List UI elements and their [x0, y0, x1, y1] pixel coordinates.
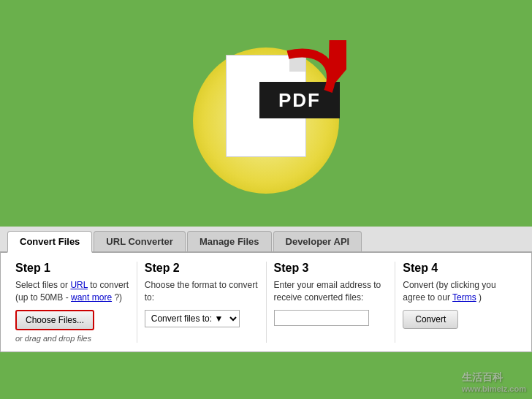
convert-format-select[interactable]: Convert files to: ▼	[145, 310, 240, 327]
step3-desc: Enter your email address to receive conv…	[274, 279, 388, 304]
email-input[interactable]	[274, 310, 369, 326]
watermark-line2: www.bimeiz.com	[462, 384, 526, 393]
app-wrapper: PDF Convert Files URL Converter	[0, 0, 532, 399]
step2-desc: Choose the format to convert to:	[145, 279, 259, 304]
tab-convert-files[interactable]: Convert Files	[7, 231, 92, 253]
top-section: PDF	[0, 0, 532, 227]
content-area: Step 1 Select files or URL to convert(up…	[0, 253, 532, 352]
tab-developer-api[interactable]: Developer API	[273, 231, 362, 251]
step2-title: Step 2	[145, 262, 259, 275]
tab-url-converter[interactable]: URL Converter	[94, 231, 186, 251]
tabs-row: Convert Files URL Converter Manage Files…	[0, 227, 532, 253]
step1-desc: Select files or URL to convert(up to 50M…	[15, 279, 129, 304]
red-arrow-icon	[273, 40, 346, 113]
step4-col: Step 4 Convert (by clicking you agree to…	[395, 262, 524, 343]
drag-drop-text: or drag and drop files	[15, 334, 129, 343]
bottom-panel: Convert Files URL Converter Manage Files…	[0, 227, 532, 352]
step1-title: Step 1	[15, 262, 129, 275]
watermark-line1: 生活百科	[462, 371, 526, 384]
step2-col: Step 2 Choose the format to convert to: …	[137, 262, 267, 343]
step3-title: Step 3	[274, 262, 388, 275]
step4-title: Step 4	[403, 262, 517, 275]
choose-files-button[interactable]: Choose Files...	[15, 310, 94, 330]
url-link[interactable]: URL	[70, 280, 88, 290]
step3-col: Step 3 Enter your email address to recei…	[267, 262, 396, 343]
step1-col: Step 1 Select files or URL to convert(up…	[8, 262, 137, 343]
terms-link[interactable]: Terms	[452, 292, 476, 303]
step4-desc: Convert (by clicking you agree to our Te…	[403, 279, 517, 304]
watermark: 生活百科 www.bimeiz.com	[462, 371, 526, 393]
want-more-link[interactable]: want more	[71, 292, 112, 303]
pdf-icon-wrapper: PDF	[193, 26, 339, 201]
tab-manage-files[interactable]: Manage Files	[187, 231, 272, 251]
convert-button[interactable]: Convert	[403, 310, 458, 329]
